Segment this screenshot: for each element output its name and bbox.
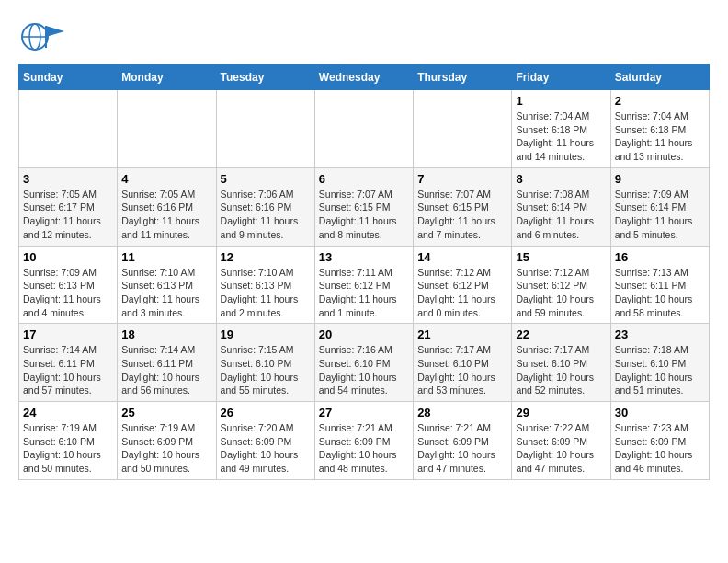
day-number: 9 bbox=[615, 172, 705, 186]
calendar-cell: 5Sunrise: 7:06 AM Sunset: 6:16 PM Daylig… bbox=[216, 167, 314, 246]
calendar-header-row: SundayMondayTuesdayWednesdayThursdayFrid… bbox=[19, 65, 710, 90]
day-number: 21 bbox=[417, 327, 507, 341]
day-number: 25 bbox=[121, 406, 211, 419]
weekday-header: Monday bbox=[118, 65, 216, 90]
calendar-cell bbox=[118, 90, 216, 168]
weekday-header: Tuesday bbox=[216, 65, 314, 90]
calendar-week-row: 1Sunrise: 7:04 AM Sunset: 6:18 PM Daylig… bbox=[19, 90, 710, 168]
day-number: 22 bbox=[516, 327, 606, 341]
calendar-cell: 18Sunrise: 7:14 AM Sunset: 6:11 PM Dayli… bbox=[118, 324, 216, 402]
calendar-cell: 2Sunrise: 7:04 AM Sunset: 6:18 PM Daylig… bbox=[610, 90, 709, 168]
calendar-week-row: 17Sunrise: 7:14 AM Sunset: 6:11 PM Dayli… bbox=[19, 324, 710, 402]
day-info: Sunrise: 7:23 AM Sunset: 6:09 PM Dayligh… bbox=[615, 421, 705, 476]
calendar-cell: 26Sunrise: 7:20 AM Sunset: 6:09 PM Dayli… bbox=[216, 402, 314, 480]
day-number: 23 bbox=[615, 327, 705, 341]
day-info: Sunrise: 7:11 AM Sunset: 6:12 PM Dayligh… bbox=[319, 266, 409, 320]
calendar-cell: 23Sunrise: 7:18 AM Sunset: 6:10 PM Dayli… bbox=[610, 324, 709, 402]
day-info: Sunrise: 7:14 AM Sunset: 6:11 PM Dayligh… bbox=[23, 343, 113, 397]
calendar-week-row: 10Sunrise: 7:09 AM Sunset: 6:13 PM Dayli… bbox=[19, 246, 710, 324]
calendar-cell: 3Sunrise: 7:05 AM Sunset: 6:17 PM Daylig… bbox=[19, 167, 118, 246]
calendar-table: SundayMondayTuesdayWednesdayThursdayFrid… bbox=[18, 64, 710, 480]
day-info: Sunrise: 7:04 AM Sunset: 6:18 PM Dayligh… bbox=[615, 109, 705, 164]
day-number: 29 bbox=[516, 406, 606, 419]
calendar-cell: 19Sunrise: 7:15 AM Sunset: 6:10 PM Dayli… bbox=[216, 324, 314, 402]
day-info: Sunrise: 7:09 AM Sunset: 6:14 PM Dayligh… bbox=[615, 188, 705, 242]
calendar-week-row: 3Sunrise: 7:05 AM Sunset: 6:17 PM Daylig… bbox=[19, 167, 710, 246]
day-info: Sunrise: 7:07 AM Sunset: 6:15 PM Dayligh… bbox=[319, 188, 409, 242]
day-info: Sunrise: 7:10 AM Sunset: 6:13 PM Dayligh… bbox=[121, 266, 211, 320]
day-info: Sunrise: 7:22 AM Sunset: 6:09 PM Dayligh… bbox=[516, 421, 606, 476]
day-info: Sunrise: 7:07 AM Sunset: 6:15 PM Dayligh… bbox=[417, 188, 507, 242]
day-info: Sunrise: 7:16 AM Sunset: 6:10 PM Dayligh… bbox=[319, 343, 409, 397]
calendar-cell: 21Sunrise: 7:17 AM Sunset: 6:10 PM Dayli… bbox=[414, 324, 512, 402]
calendar-cell: 7Sunrise: 7:07 AM Sunset: 6:15 PM Daylig… bbox=[414, 167, 512, 246]
day-number: 18 bbox=[121, 327, 211, 341]
calendar-cell: 13Sunrise: 7:11 AM Sunset: 6:12 PM Dayli… bbox=[314, 246, 413, 324]
calendar-cell: 20Sunrise: 7:16 AM Sunset: 6:10 PM Dayli… bbox=[314, 324, 413, 402]
weekday-header: Wednesday bbox=[314, 65, 413, 90]
day-number: 27 bbox=[319, 406, 409, 419]
day-info: Sunrise: 7:17 AM Sunset: 6:10 PM Dayligh… bbox=[417, 343, 507, 397]
calendar-cell: 10Sunrise: 7:09 AM Sunset: 6:13 PM Dayli… bbox=[19, 246, 118, 324]
day-number: 26 bbox=[221, 406, 311, 419]
day-number: 28 bbox=[417, 406, 507, 419]
calendar-cell: 12Sunrise: 7:10 AM Sunset: 6:13 PM Dayli… bbox=[216, 246, 314, 324]
calendar-cell bbox=[314, 90, 413, 168]
day-number: 8 bbox=[516, 172, 606, 186]
day-number: 11 bbox=[121, 250, 211, 264]
day-info: Sunrise: 7:13 AM Sunset: 6:11 PM Dayligh… bbox=[615, 266, 705, 320]
day-info: Sunrise: 7:10 AM Sunset: 6:13 PM Dayligh… bbox=[221, 266, 311, 320]
day-info: Sunrise: 7:17 AM Sunset: 6:10 PM Dayligh… bbox=[516, 343, 606, 397]
day-number: 4 bbox=[121, 172, 211, 186]
calendar-cell: 30Sunrise: 7:23 AM Sunset: 6:09 PM Dayli… bbox=[610, 402, 709, 480]
day-info: Sunrise: 7:21 AM Sunset: 6:09 PM Dayligh… bbox=[417, 421, 507, 476]
day-number: 14 bbox=[417, 250, 507, 264]
calendar-cell: 22Sunrise: 7:17 AM Sunset: 6:10 PM Dayli… bbox=[512, 324, 610, 402]
day-info: Sunrise: 7:08 AM Sunset: 6:14 PM Dayligh… bbox=[516, 188, 606, 242]
day-number: 30 bbox=[615, 406, 705, 419]
weekday-header: Saturday bbox=[610, 65, 709, 90]
day-info: Sunrise: 7:21 AM Sunset: 6:09 PM Dayligh… bbox=[319, 421, 409, 476]
day-info: Sunrise: 7:09 AM Sunset: 6:13 PM Dayligh… bbox=[23, 266, 113, 320]
svg-marker-3 bbox=[46, 26, 64, 37]
weekday-header: Friday bbox=[512, 65, 610, 90]
day-number: 20 bbox=[319, 327, 409, 341]
weekday-header: Thursday bbox=[414, 65, 512, 90]
day-info: Sunrise: 7:18 AM Sunset: 6:10 PM Dayligh… bbox=[615, 343, 705, 397]
calendar-cell: 6Sunrise: 7:07 AM Sunset: 6:15 PM Daylig… bbox=[314, 167, 413, 246]
day-info: Sunrise: 7:19 AM Sunset: 6:10 PM Dayligh… bbox=[23, 421, 113, 476]
calendar-cell: 15Sunrise: 7:12 AM Sunset: 6:12 PM Dayli… bbox=[512, 246, 610, 324]
day-number: 17 bbox=[23, 327, 113, 341]
day-info: Sunrise: 7:12 AM Sunset: 6:12 PM Dayligh… bbox=[417, 266, 507, 320]
day-info: Sunrise: 7:04 AM Sunset: 6:18 PM Dayligh… bbox=[516, 109, 606, 164]
day-info: Sunrise: 7:19 AM Sunset: 6:09 PM Dayligh… bbox=[121, 421, 211, 476]
day-info: Sunrise: 7:06 AM Sunset: 6:16 PM Dayligh… bbox=[221, 188, 311, 242]
calendar-cell: 24Sunrise: 7:19 AM Sunset: 6:10 PM Dayli… bbox=[19, 402, 118, 480]
day-info: Sunrise: 7:15 AM Sunset: 6:10 PM Dayligh… bbox=[221, 343, 311, 397]
calendar-cell: 25Sunrise: 7:19 AM Sunset: 6:09 PM Dayli… bbox=[118, 402, 216, 480]
day-info: Sunrise: 7:20 AM Sunset: 6:09 PM Dayligh… bbox=[221, 421, 311, 476]
calendar-cell: 27Sunrise: 7:21 AM Sunset: 6:09 PM Dayli… bbox=[314, 402, 413, 480]
day-number: 7 bbox=[417, 172, 507, 186]
calendar-week-row: 24Sunrise: 7:19 AM Sunset: 6:10 PM Dayli… bbox=[19, 402, 710, 480]
day-number: 12 bbox=[221, 250, 311, 264]
day-number: 2 bbox=[615, 94, 705, 108]
day-number: 5 bbox=[221, 172, 311, 186]
day-number: 19 bbox=[221, 327, 311, 341]
calendar-cell: 4Sunrise: 7:05 AM Sunset: 6:16 PM Daylig… bbox=[118, 167, 216, 246]
day-number: 6 bbox=[319, 172, 409, 186]
calendar-cell: 1Sunrise: 7:04 AM Sunset: 6:18 PM Daylig… bbox=[512, 90, 610, 168]
calendar-cell bbox=[414, 90, 512, 168]
calendar-cell: 16Sunrise: 7:13 AM Sunset: 6:11 PM Dayli… bbox=[610, 246, 709, 324]
weekday-header: Sunday bbox=[19, 65, 118, 90]
calendar-cell bbox=[19, 90, 118, 168]
calendar-cell: 14Sunrise: 7:12 AM Sunset: 6:12 PM Dayli… bbox=[414, 246, 512, 324]
day-number: 16 bbox=[615, 250, 705, 264]
day-info: Sunrise: 7:12 AM Sunset: 6:12 PM Dayligh… bbox=[516, 266, 606, 320]
calendar-cell: 28Sunrise: 7:21 AM Sunset: 6:09 PM Dayli… bbox=[414, 402, 512, 480]
day-number: 10 bbox=[23, 250, 113, 264]
calendar-cell bbox=[216, 90, 314, 168]
calendar-cell: 11Sunrise: 7:10 AM Sunset: 6:13 PM Dayli… bbox=[118, 246, 216, 324]
calendar-cell: 17Sunrise: 7:14 AM Sunset: 6:11 PM Dayli… bbox=[19, 324, 118, 402]
calendar-cell: 9Sunrise: 7:09 AM Sunset: 6:14 PM Daylig… bbox=[610, 167, 709, 246]
